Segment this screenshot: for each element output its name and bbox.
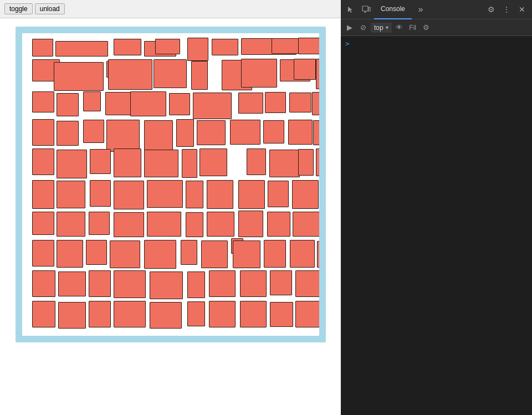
canvas-rect [288,120,313,145]
canvas-rect [187,271,205,298]
canvas-rect [144,240,176,269]
canvas-rect [312,92,319,115]
context-selector[interactable]: top ▾ [371,23,392,33]
gear-icon[interactable]: ⚙ [421,22,432,33]
menu-icon[interactable]: ⋮ [499,2,514,17]
devtools-toolbar: ▶ ⊘ top ▾ 👁 Fil ⚙ [341,19,532,36]
eye-icon[interactable]: 👁 [394,22,405,33]
canvas-rect [89,212,110,235]
canvas-rect [186,212,203,237]
canvas-rect [238,211,263,237]
canvas-rect [57,181,85,208]
toolbar: toggle unload [0,0,341,18]
canvas-rect [32,240,54,267]
canvas-rect [90,180,111,207]
devtools-panel: Console » ⚙ ⋮ ✕ ▶ ⊘ top ▾ 👁 Fil ⚙ > [341,0,532,415]
canvas-rect [181,240,197,265]
canvas-rect [90,149,111,174]
canvas-rect [57,93,79,116]
canvas-rect [114,212,144,237]
chevron-down-icon: ▾ [386,24,388,30]
more-tabs-button[interactable]: » [413,2,428,17]
canvas-rect [32,301,55,327]
canvas-rect [298,38,319,54]
canvas-rect [176,119,194,147]
console-prompt: > [345,39,350,48]
canvas-rect [182,149,197,178]
canvas-rect [147,180,183,208]
canvas-rect [32,270,55,297]
play-icon[interactable]: ▶ [344,22,355,33]
canvas-rect [263,120,284,144]
canvas-rect [169,93,190,115]
canvas-rect [293,212,319,237]
canvas-rect [57,121,79,146]
canvas-rect [32,148,54,175]
canvas-frame [16,27,326,342]
canvas-rect [32,39,53,57]
canvas-rect [201,240,228,268]
canvas-rect [114,270,146,298]
canvas-rect [114,301,146,327]
canvas-rect [147,212,181,237]
toggle-button[interactable]: toggle [4,3,33,14]
block-icon[interactable]: ⊘ [357,22,369,33]
cursor-icon[interactable] [343,2,359,17]
canvas-rect [58,302,86,329]
canvas-rect [207,212,234,237]
canvas-rect [110,240,140,268]
canvas-rect [106,120,140,152]
canvas-rect [289,93,311,112]
canvas-rect [193,93,232,119]
canvas-rect [207,180,233,209]
unload-button[interactable]: unload [35,3,65,14]
canvas-rect [191,61,208,90]
canvas-rect [144,120,173,151]
canvas-rect [238,180,265,209]
tab-console[interactable]: Console [374,0,412,19]
canvas-rect [86,240,107,265]
settings-icon[interactable]: ⚙ [483,2,499,17]
canvas-rect [54,62,104,91]
left-panel: toggle unload [0,0,341,415]
canvas-rect [32,91,54,112]
canvas-rect [114,39,141,55]
canvas-inner [22,33,319,336]
canvas-rect [197,120,226,145]
canvas-rect [241,59,277,88]
canvas-rect [265,92,286,113]
canvas-rect [247,148,266,175]
canvas-rect [290,240,315,268]
filter-label[interactable]: Fil [407,22,418,33]
canvas-rect [57,150,87,178]
svg-rect-0 [362,6,368,11]
close-icon[interactable]: ✕ [514,2,530,17]
canvas-rect [57,212,85,237]
canvas-rect [154,59,187,88]
devtools-tabs: Console » ⚙ ⋮ ✕ [341,0,532,19]
canvas-rect [212,39,238,55]
canvas-rect [55,41,108,57]
canvas-rect [58,271,86,296]
canvas-rect [187,301,205,326]
canvas-rect [230,120,260,145]
canvas-rect [233,240,260,268]
canvas-rect [294,59,316,80]
canvas-rect [209,270,236,297]
canvas-area [0,18,341,353]
canvas-rect [83,91,101,111]
canvas-rect [57,240,83,268]
canvas-rect [270,302,293,327]
canvas-rect [89,301,111,327]
devtools-console[interactable]: > [341,36,532,415]
canvas-rect [317,241,319,268]
canvas-rect [114,181,144,209]
canvas-rect [200,148,227,176]
svg-rect-1 [369,7,370,11]
canvas-rect [187,38,208,61]
canvas-rect [209,301,236,327]
canvas-rect [108,59,152,90]
canvas-rect [269,150,300,177]
device-icon[interactable] [359,2,374,17]
canvas-rect [32,119,54,146]
